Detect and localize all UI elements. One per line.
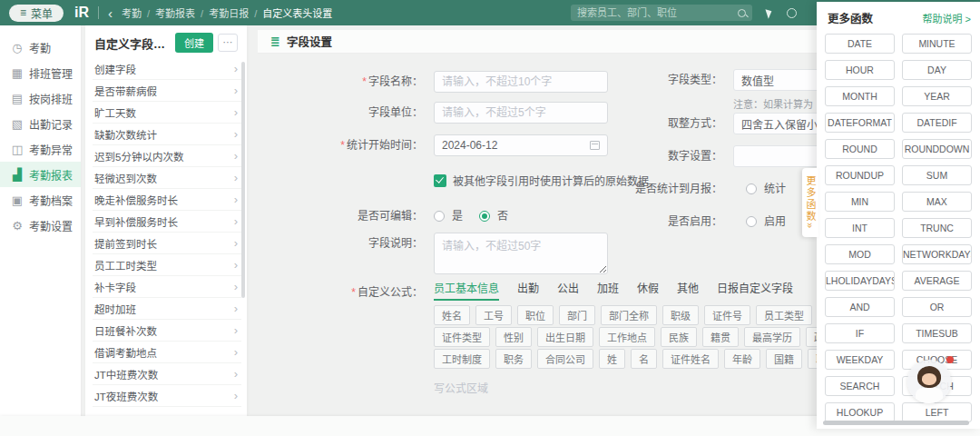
- formula-chip[interactable]: 证件类型: [434, 327, 490, 347]
- start-date-input[interactable]: 2024-06-12: [434, 134, 608, 156]
- formula-chip[interactable]: 职级: [662, 305, 699, 325]
- function-button[interactable]: OR: [902, 297, 972, 317]
- formula-chip[interactable]: 性别: [495, 327, 532, 347]
- formula-chip[interactable]: 合同公司: [537, 349, 593, 369]
- tab-business-out[interactable]: 公出: [557, 280, 579, 301]
- field-unit-input[interactable]: [434, 102, 608, 124]
- formula-chip[interactable]: 年龄: [724, 349, 760, 369]
- function-button[interactable]: TRUNC: [902, 218, 972, 238]
- breadcrumb-item[interactable]: 考勤报表: [147, 5, 195, 20]
- formula-editor-placeholder[interactable]: 写公式区域: [434, 380, 488, 395]
- formula-chip[interactable]: 姓: [599, 349, 625, 369]
- formula-chip[interactable]: 姓名: [434, 305, 470, 325]
- formula-chip[interactable]: 员工类型: [756, 305, 812, 325]
- function-button[interactable]: DAY: [902, 60, 972, 80]
- field-list-item[interactable]: 缺勤次数统计 ›: [93, 124, 241, 145]
- field-list-item[interactable]: 补卡字段 ›: [93, 276, 241, 298]
- search-icon[interactable]: [738, 9, 746, 17]
- circle-icon[interactable]: [787, 8, 797, 18]
- sidebar-item-kaoqin-baobiao[interactable]: ▟ 考勤报表: [0, 162, 81, 187]
- field-name-input[interactable]: [434, 71, 608, 93]
- more-options-button[interactable]: ⋯: [218, 34, 238, 52]
- function-button[interactable]: ROUNDUP: [825, 165, 895, 185]
- back-icon[interactable]: ‹: [108, 5, 113, 21]
- formula-chip[interactable]: 职位: [517, 305, 554, 325]
- help-link[interactable]: 帮助说明 >: [923, 11, 971, 25]
- formula-chip[interactable]: 证件姓名: [662, 349, 719, 369]
- function-button[interactable]: TIMESUB: [902, 323, 972, 343]
- function-button[interactable]: AND: [825, 297, 895, 317]
- function-button[interactable]: SEARCH: [825, 376, 895, 396]
- radio-count[interactable]: [746, 183, 757, 194]
- function-button[interactable]: IF: [825, 323, 895, 343]
- function-button[interactable]: MONTH: [825, 86, 895, 106]
- function-button[interactable]: MOD: [825, 244, 895, 264]
- panel-scrollbar[interactable]: [241, 62, 245, 298]
- function-button[interactable]: NETWORKDAYS: [902, 244, 972, 264]
- formula-chip[interactable]: 国籍: [766, 349, 802, 369]
- function-button[interactable]: WEEKDAY: [825, 350, 895, 370]
- formula-chip[interactable]: 名: [631, 349, 657, 369]
- reference-checkbox[interactable]: [434, 174, 446, 187]
- search-input[interactable]: [577, 7, 738, 18]
- function-button[interactable]: LHOLIDAYDAYS: [825, 271, 895, 291]
- pointer-icon[interactable]: [767, 8, 772, 18]
- sidebar-item-angang-paiban[interactable]: ▤ 按岗排班: [0, 85, 81, 111]
- tab-overtime[interactable]: 加班: [597, 280, 619, 301]
- formula-chip[interactable]: 工号: [475, 305, 512, 325]
- field-list-item[interactable]: 超时加班 ›: [93, 298, 241, 320]
- field-list-item[interactable]: 晚走补偿服务时长 ›: [93, 189, 241, 211]
- formula-chip[interactable]: 籍贯: [702, 327, 739, 347]
- radio-yes[interactable]: [434, 211, 445, 222]
- field-list-item[interactable]: JT中班费次数 ›: [93, 363, 241, 385]
- formula-chip[interactable]: 工作地点: [599, 327, 655, 347]
- field-list-item[interactable]: 迟到5分钟以内次数 ›: [93, 145, 241, 167]
- field-list-item[interactable]: 日班餐补次数 ›: [93, 320, 241, 342]
- breadcrumb-item[interactable]: 考勤日报: [201, 5, 249, 20]
- field-list-item[interactable]: 员工工时类型 ›: [93, 254, 241, 276]
- radio-no[interactable]: [479, 211, 490, 222]
- sidebar-item-kaoqin-yichang[interactable]: ◫ 考勤异常: [0, 136, 81, 162]
- formula-chip[interactable]: 部门: [559, 305, 595, 325]
- sidebar-item-chuqin-jilu[interactable]: ▧ 出勤记录: [0, 111, 81, 136]
- horizontal-scrollbar[interactable]: [823, 421, 969, 425]
- field-list-item[interactable]: 提前签到时长 ›: [93, 233, 241, 254]
- function-button[interactable]: DATE: [825, 34, 895, 54]
- function-button[interactable]: AVERAGE: [902, 271, 972, 291]
- tab-daily-custom-fields[interactable]: 日报自定义字段: [717, 280, 793, 301]
- function-button[interactable]: MAX: [902, 192, 972, 212]
- function-button[interactable]: DATEDIF: [902, 113, 972, 133]
- field-desc-textarea[interactable]: [434, 233, 608, 274]
- radio-enable[interactable]: [746, 216, 757, 227]
- function-button[interactable]: HLOOKUP: [825, 402, 895, 422]
- menu-button[interactable]: ≡ 菜单: [9, 5, 64, 22]
- function-button[interactable]: DATEFORMAT: [825, 113, 895, 133]
- function-button[interactable]: HOUR: [825, 60, 895, 80]
- function-button[interactable]: YEAR: [902, 86, 972, 106]
- formula-chip[interactable]: 民族: [661, 327, 697, 347]
- field-list-item[interactable]: 创建字段 ›: [93, 58, 241, 80]
- field-list-item[interactable]: 是否带薪病假 ›: [93, 80, 241, 102]
- formula-chip[interactable]: 工时制度: [434, 349, 490, 369]
- function-button[interactable]: ROUNDDOWN: [902, 139, 972, 159]
- function-button[interactable]: MIN: [825, 192, 895, 212]
- sidebar-item-kaoqin-dangan[interactable]: ▣ 考勤档案: [0, 187, 81, 213]
- field-list-item[interactable]: 旷工天数 ›: [93, 102, 241, 124]
- tab-attendance[interactable]: 出勤: [517, 280, 539, 301]
- breadcrumb-item[interactable]: 考勤: [122, 5, 142, 20]
- more-functions-tab[interactable]: 更多函数»: [802, 168, 818, 237]
- formula-chip[interactable]: 部门全称: [601, 305, 657, 325]
- formula-chip[interactable]: 证件号: [704, 305, 750, 325]
- create-button[interactable]: 创建: [175, 33, 213, 53]
- formula-chip[interactable]: 出生日期: [537, 327, 593, 347]
- field-list-item[interactable]: 早到补偿服务时长 ›: [93, 211, 241, 233]
- sidebar-item-paiban-guanli[interactable]: ▦ 排班管理: [0, 60, 81, 85]
- field-list-item[interactable]: 借调考勤地点 ›: [93, 342, 241, 363]
- field-list-item[interactable]: 轻微迟到次数 ›: [93, 167, 241, 189]
- tab-other[interactable]: 其他: [677, 280, 699, 301]
- assistant-avatar[interactable]: [907, 356, 956, 407]
- sidebar-item-kaoqin[interactable]: ◷ 考勤: [0, 35, 81, 60]
- function-button[interactable]: SUM: [902, 165, 972, 185]
- tab-leave[interactable]: 休假: [637, 280, 659, 301]
- field-list-item[interactable]: JT夜班费次数 ›: [93, 385, 241, 407]
